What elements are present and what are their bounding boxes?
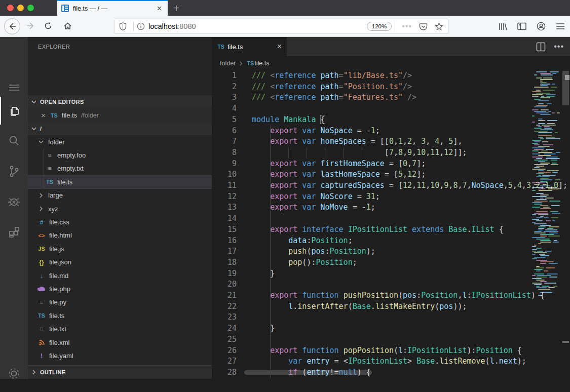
- tree-item-empty-foo[interactable]: ≡empty.foo: [28, 148, 212, 162]
- library-icon[interactable]: [498, 22, 507, 31]
- tree-item-label: file.php: [49, 285, 70, 293]
- browser-tab[interactable]: file.ts — / — ×: [57, 0, 168, 16]
- editor-tab-file-ts[interactable]: TS file.ts ×: [212, 37, 287, 56]
- menu-icon[interactable]: [556, 23, 565, 30]
- tree-item-file-php[interactable]: file.php: [28, 282, 212, 295]
- tree-item-xyz[interactable]: xyz: [28, 202, 212, 215]
- chevron-right-icon: [237, 60, 245, 67]
- code-line: 5module Mankala {: [212, 114, 570, 126]
- forward-button[interactable]: [23, 18, 39, 33]
- tracking-shield-icon[interactable]: [119, 22, 127, 31]
- tree-item-label: file.py: [49, 298, 66, 306]
- tree-item-file-md[interactable]: ↓file.md: [28, 269, 212, 282]
- tree-item-label: file.xml: [49, 339, 69, 346]
- line-number: 10: [212, 169, 237, 180]
- activitybar-search-icon[interactable]: [0, 127, 28, 155]
- tree-item-label: file.html: [49, 231, 72, 239]
- open-editor-item-file-ts[interactable]: × TS file.ts /folder: [28, 108, 212, 122]
- url-bar[interactable]: localhost:8080 120% •••: [114, 19, 448, 34]
- breadcrumb-file[interactable]: file.ts: [254, 60, 269, 67]
- explorer-sidebar: EXPLORER OPEN EDITORS × TS file.ts /fold…: [28, 37, 212, 379]
- back-button[interactable]: [4, 18, 20, 34]
- indent-guide: [362, 147, 362, 159]
- code-line: 17 push(pos:Position);: [212, 246, 570, 257]
- activitybar-extensions-icon[interactable]: [0, 218, 28, 246]
- open-editors-header[interactable]: OPEN EDITORS: [28, 95, 212, 108]
- line-number: 16: [212, 236, 237, 247]
- activitybar-explorer-icon[interactable]: [0, 97, 28, 125]
- code-line: 14: [212, 213, 570, 224]
- tree-item-file-xml[interactable]: file.xml: [28, 336, 212, 349]
- line-number: 9: [212, 159, 237, 170]
- tree-item-file-yaml[interactable]: !file.yaml: [28, 349, 212, 362]
- tree-item-file-ts[interactable]: TSfile.ts: [28, 175, 212, 188]
- tree-item-large[interactable]: large: [28, 189, 212, 202]
- site-info-icon[interactable]: [137, 22, 145, 30]
- outline-label: OUTLINE: [40, 369, 65, 375]
- reload-button[interactable]: [41, 18, 56, 33]
- urlbar-separator-2: [395, 22, 395, 31]
- close-editor-icon[interactable]: ×: [41, 111, 46, 120]
- root-folder-header[interactable]: /: [28, 122, 212, 135]
- more-actions-icon[interactable]: •••: [554, 42, 564, 51]
- line-number: 27: [212, 356, 237, 367]
- markdown-file-icon: ↓: [37, 272, 46, 280]
- line-number: 8: [212, 147, 237, 159]
- activitybar-source-control-icon[interactable]: [0, 158, 28, 185]
- editor-tab-bar: TS file.ts × •••: [212, 37, 570, 56]
- tree-item-label: xyz: [48, 205, 58, 213]
- outline-header[interactable]: OUTLINE: [28, 365, 212, 379]
- tree-item-file-html[interactable]: <>file.html: [28, 229, 212, 242]
- tree-item-file-ts[interactable]: TSfile.ts: [28, 309, 212, 322]
- tree-item-file-js[interactable]: JSfile.js: [28, 242, 212, 255]
- tree-item-empty-txt[interactable]: ≡empty.txt: [28, 162, 212, 175]
- indent-guide: [344, 147, 344, 159]
- tree-item-file-py[interactable]: ≡file.py: [28, 296, 212, 309]
- code-line: 25: [212, 334, 570, 345]
- tab-close-icon[interactable]: ×: [155, 5, 164, 13]
- zoom-level-badge[interactable]: 120%: [367, 22, 392, 31]
- tree-item-file-txt[interactable]: ≡file.txt: [28, 322, 212, 335]
- typescript-file-icon: TS: [217, 44, 225, 50]
- open-editor-name: file.ts: [62, 111, 77, 119]
- line-number: 1: [212, 70, 237, 82]
- tree-item-file-json[interactable]: {}file.json: [28, 256, 212, 269]
- css-file-icon: #: [37, 218, 46, 226]
- tree-item-folder[interactable]: folder: [28, 135, 212, 148]
- tree-item-label: file.txt: [49, 325, 66, 333]
- tree-item-file-css[interactable]: #file.css: [28, 215, 212, 228]
- window-minimize-button[interactable]: [17, 5, 24, 11]
- code-line: 21 export function pushPosition(pos:Posi…: [212, 290, 570, 301]
- bookmark-star-icon[interactable]: [435, 22, 443, 31]
- chevron-down-icon: [30, 125, 38, 133]
- activitybar-debug-icon[interactable]: [0, 188, 28, 216]
- code-line: 28 if (entry!=null) {: [212, 367, 570, 378]
- breadcrumb: folder TS file.ts: [212, 56, 570, 70]
- editor-group: TS file.ts × ••• folder TS file.ts: [212, 37, 570, 379]
- new-tab-button[interactable]: +: [173, 1, 179, 15]
- settings-gear-icon[interactable]: [0, 360, 28, 387]
- line-number: 6: [212, 126, 237, 137]
- account-icon[interactable]: [537, 22, 546, 31]
- file-tree: folder≡empty.foo≡empty.txtTSfile.tslarge…: [28, 135, 212, 363]
- home-button[interactable]: [60, 18, 75, 33]
- typescript-file-icon: TS: [246, 60, 254, 66]
- line-number: 12: [212, 191, 237, 203]
- line-number: 4: [212, 103, 237, 114]
- line-number: 3: [212, 92, 237, 103]
- code-editor[interactable]: 1/// <reference path="lib/Base.ts"/>2///…: [212, 70, 570, 379]
- window-close-button[interactable]: [7, 5, 14, 11]
- yaml-file-icon: !: [37, 352, 46, 360]
- chevron-right-icon: [37, 205, 45, 213]
- page-actions-icon[interactable]: •••: [402, 22, 412, 31]
- tab-close-icon[interactable]: ×: [277, 42, 282, 51]
- tab-favicon: [61, 5, 69, 12]
- breadcrumb-folder[interactable]: folder: [220, 60, 236, 67]
- pocket-icon[interactable]: [419, 22, 428, 31]
- window-zoom-button[interactable]: [27, 5, 34, 11]
- sidebar-toggle-icon[interactable]: [517, 22, 526, 30]
- split-editor-icon[interactable]: [536, 42, 546, 52]
- code-line: 20: [212, 279, 570, 290]
- tree-item-label: file.json: [49, 258, 71, 266]
- php-file-icon: [37, 287, 46, 291]
